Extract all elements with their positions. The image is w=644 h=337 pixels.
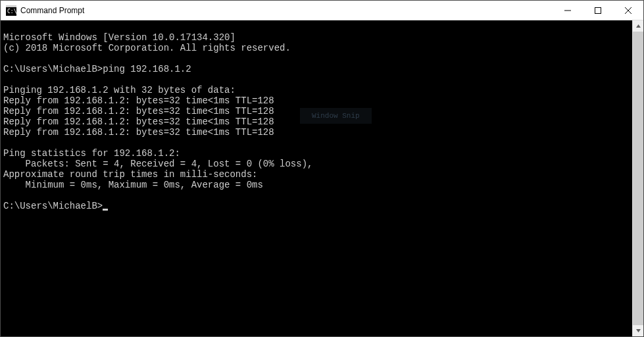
close-button[interactable] [613,1,643,20]
terminal-line: Ping statistics for 192.168.1.2: [3,148,180,159]
terminal-line: Approximate round trip times in milli-se… [3,169,257,180]
app-icon: C:\ [6,5,16,16]
close-icon [625,7,632,14]
terminal-line: Reply from 192.168.1.2: bytes=32 time<1m… [3,127,274,138]
terminal-line: Reply from 192.168.1.2: bytes=32 time<1m… [3,117,274,127]
window-title: Command Prompt [20,6,553,15]
window-snip-overlay: Window Snip [300,108,372,124]
scroll-up-button[interactable] [633,20,643,32]
terminal-line: Microsoft Windows [Version 10.0.17134.32… [3,32,235,43]
svg-rect-1 [6,5,16,7]
prompt-path: C:\Users\MichaelB> [3,64,103,74]
vertical-scrollbar[interactable] [632,20,643,336]
terminal-line: (c) 2018 Microsoft Corporation. All righ… [3,43,291,53]
titlebar[interactable]: C:\ Command Prompt [1,1,643,20]
svg-marker-7 [636,24,641,28]
terminal-line: Reply from 192.168.1.2: bytes=32 time<1m… [3,95,274,106]
maximize-button[interactable] [583,1,613,20]
minimize-icon [564,7,571,14]
svg-rect-4 [595,7,601,13]
maximize-icon [595,7,601,14]
svg-text:C:\: C:\ [7,9,16,14]
terminal-wrapper: Microsoft Windows [Version 10.0.17134.32… [1,20,643,336]
terminal-line: Minimum = 0ms, Maximum = 0ms, Average = … [3,180,263,190]
cursor [103,209,108,211]
minimize-button[interactable] [553,1,583,20]
svg-marker-8 [636,329,641,332]
scroll-thumb[interactable] [633,32,643,325]
prompt-path: C:\Users\MichaelB> [3,201,103,211]
terminal-output[interactable]: Microsoft Windows [Version 10.0.17134.32… [1,20,632,336]
command-prompt-window: C:\ Command Prompt Microsoft Windows [Ve… [0,0,644,337]
chevron-down-icon [636,328,641,333]
terminal-line: Reply from 192.168.1.2: bytes=32 time<1m… [3,106,274,117]
scroll-down-button[interactable] [633,325,643,336]
window-controls [553,1,643,20]
terminal-line: Pinging 192.168.1.2 with 32 bytes of dat… [3,85,235,95]
terminal-line: Packets: Sent = 4, Received = 4, Lost = … [3,159,312,169]
prompt-command: ping 192.168.1.2 [103,64,191,74]
scroll-track[interactable] [633,32,643,325]
chevron-up-icon [636,24,641,28]
